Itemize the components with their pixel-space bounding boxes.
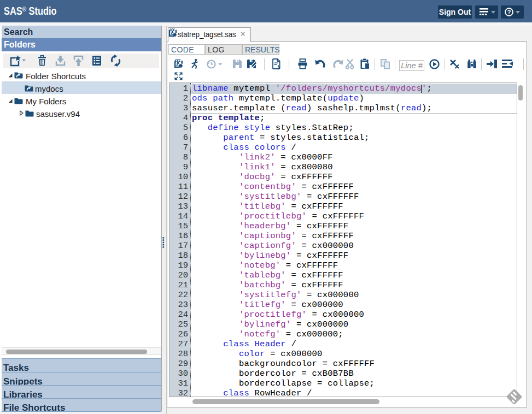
svg-text:?: ? (507, 9, 511, 15)
